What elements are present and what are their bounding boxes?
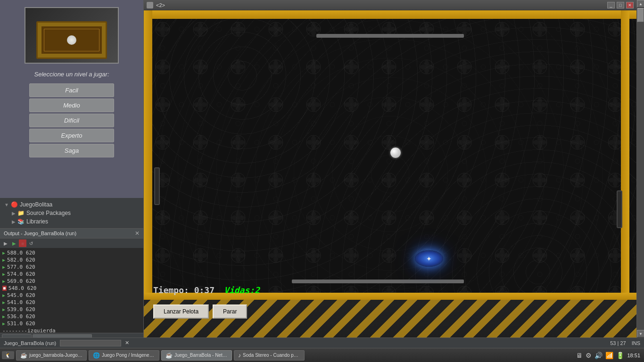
output-toolbar: ▶ ▶ ■ ↺: [0, 239, 143, 248]
output-line-3: ▶577.0 620: [2, 263, 141, 271]
game-ball: [390, 148, 401, 158]
taskbar-start-button[interactable]: 🐧: [2, 351, 14, 359]
taskbar-item-juego[interactable]: ☕ juego_barrabola-Juego_BarraBo...: [16, 350, 87, 361]
status-run-label: Juego_BarraBola (run): [4, 340, 56, 346]
game-titlebar-left: <2>: [147, 2, 165, 8]
output-play-icon-1: ▶: [2, 250, 5, 255]
status-cancel-icon[interactable]: ✕: [125, 340, 129, 346]
tree-label-root: JuegoBolitaa: [20, 201, 52, 208]
output-restart-button[interactable]: ↺: [27, 239, 35, 247]
output-line-2: ▶582.0 620: [2, 256, 141, 263]
tab-java-call-hierarchy[interactable]: ⊞ Java Call Hierarchy: [33, 334, 92, 337]
taskbar-network-icon[interactable]: 📶: [605, 352, 613, 359]
tree-label-src: Source Packages: [26, 210, 71, 216]
tab-output[interactable]: ▶ Output: [2, 334, 32, 337]
left-panel: MULTi|PONK. Seleccione un nivel a jugar:…: [0, 0, 144, 337]
game-close-button[interactable]: ✕: [626, 2, 634, 8]
taskbar-battery-icon[interactable]: 🔋: [616, 352, 624, 359]
output-line-1: ▶588.0 620: [2, 249, 141, 256]
output-play-icon-10: ▶: [2, 314, 5, 319]
game-selector: MULTi|PONK. Seleccione un nivel a jugar:…: [0, 0, 143, 198]
output-step-button[interactable]: ▶: [10, 239, 18, 247]
game-maximize-button[interactable]: □: [617, 2, 624, 8]
taskbar-item-music[interactable]: ♪ Soda Stereo - Cuando pase el te...: [234, 350, 305, 361]
taskbar-settings-icon[interactable]: ⚙: [586, 352, 592, 359]
output-stop-button[interactable]: ■: [19, 239, 26, 247]
level-saga-button[interactable]: Saga: [29, 144, 114, 157]
bottom-tabs: ▶ Output ⊞ Java Call Hierarchy: [0, 333, 143, 337]
explosion-effect: [415, 250, 443, 267]
game-buttons: Lanzar Pelota Parar: [153, 304, 247, 319]
tree-label-lib: Libraries: [26, 218, 48, 225]
hud-lives: Vidas:2: [224, 285, 260, 295]
game-board-inner: [41, 26, 102, 54]
taskbar-label-music: Soda Stereo - Cuando pase el te...: [243, 353, 300, 358]
level-buttons: Facil Medio Difícil Experto Saga: [29, 83, 114, 157]
scrollbar-down-button[interactable]: ▼: [637, 330, 644, 337]
taskbar: 🐧 ☕ juego_barrabola-Juego_BarraBo... 🌐 J…: [0, 348, 644, 362]
status-ins: INS: [632, 340, 640, 346]
output-panel: Output - Juego_BarraBola (run) ✕ ▶ ▶ ■ ↺…: [0, 228, 143, 333]
obstacle-bar-bottom: [292, 280, 464, 283]
taskbar-volume-icon[interactable]: 🔊: [594, 352, 603, 359]
output-header-title: Output - Juego_BarraBola (run): [4, 230, 76, 236]
output-line-8: ▶541.0 620: [2, 299, 141, 306]
project-tree: ▼ 🔴 JuegoBolitaa ▶ 📁 Source Packages ▶ 📚…: [0, 198, 143, 228]
taskbar-label-chrome: Juego Pong / Imágenes - Chromiu...: [102, 353, 155, 358]
scrollbar-thumb[interactable]: [637, 8, 644, 22]
output-play-icon-3: ▶: [2, 264, 5, 270]
game-window: <2> _ □ ✕: [144, 0, 636, 337]
level-experto-button[interactable]: Experto: [29, 129, 114, 142]
tree-icon-root: 🔴: [11, 201, 18, 208]
scrollbar-track: [637, 8, 644, 330]
output-play-icon-7: ▶: [2, 293, 5, 298]
taskbar-item-chrome[interactable]: 🌐 Juego Pong / Imágenes - Chromiu...: [89, 350, 159, 361]
status-bar-right: 53 | 27 INS: [610, 340, 640, 346]
game-titlebar: <2> _ □ ✕: [144, 0, 636, 10]
output-close-button[interactable]: ✕: [135, 230, 140, 237]
output-line-12: --------izquierda: [2, 327, 141, 333]
tree-arrow-root: ▼: [4, 202, 9, 207]
taskbar-icon-netbeans: ☕: [165, 352, 173, 359]
output-line-6: ■548.0 620: [2, 285, 141, 292]
output-play-icon-4: ▶: [2, 272, 5, 277]
stop-button[interactable]: Parar: [213, 304, 247, 319]
taskbar-icon-juego: ☕: [20, 352, 27, 359]
level-medio-button[interactable]: Medio: [29, 99, 114, 112]
status-bar: Juego_BarraBola (run) ✕ 53 | 27 INS: [0, 337, 644, 348]
output-play-button[interactable]: ▶: [2, 239, 9, 247]
level-facil-button[interactable]: Facil: [29, 83, 114, 97]
tree-libraries[interactable]: ▶ 📚 Libraries: [2, 217, 141, 226]
game-minimize-button[interactable]: _: [607, 2, 615, 8]
taskbar-item-netbeans[interactable]: ☕ Juego_BarraBola - NetBeans IDE: [161, 350, 232, 361]
scrollbar-up-button[interactable]: ▲: [637, 0, 644, 8]
taskbar-terminal-icon[interactable]: 🖥: [576, 352, 583, 359]
obstacle-bar-top: [316, 34, 464, 38]
tree-source-packages[interactable]: ▶ 📁 Source Packages: [2, 209, 141, 217]
hud-time: Tiempo: 0:37: [153, 285, 215, 295]
output-play-icon-5: ▶: [2, 279, 5, 284]
output-line-10: ▶536.0 620: [2, 313, 141, 320]
game-canvas: Tiempo: 0:37 Vidas:2 Lanzar Pelota Parar: [144, 10, 636, 337]
output-content: ▶588.0 620 ▶582.0 620 ▶577.0 620 ▶574.0 …: [0, 248, 143, 333]
tree-icon-src: 📁: [17, 210, 25, 216]
taskbar-icon-music: ♪: [238, 352, 241, 359]
output-line-7: ▶545.0 620: [2, 292, 141, 299]
game-titlebar-title: <2>: [156, 2, 165, 8]
game-window-icon: [147, 2, 153, 8]
paddle-left: [154, 167, 160, 205]
tree-icon-lib: 📚: [17, 218, 25, 225]
taskbar-label-netbeans: Juego_BarraBola - NetBeans IDE: [174, 353, 228, 358]
game-logo: MULTi|PONK.: [25, 7, 119, 64]
scrollbar-area: ▲ ▼: [636, 0, 644, 337]
taskbar-right: 🖥 ⚙ 🔊 📶 🔋 18:51: [576, 352, 642, 359]
launch-ball-button[interactable]: Lanzar Pelota: [153, 304, 209, 319]
tree-root[interactable]: ▼ 🔴 JuegoBolitaa: [2, 200, 141, 209]
level-dificil-button[interactable]: Difícil: [29, 114, 114, 127]
tree-arrow-lib: ▶: [12, 219, 16, 224]
select-label: Seleccione un nivel a jugar:: [34, 71, 109, 78]
output-stop-icon-6: ■: [2, 286, 7, 291]
output-line-4: ▶574.0 620: [2, 271, 141, 278]
output-play-icon-9: ▶: [2, 307, 5, 312]
output-line-11: ▶531.0 620: [2, 320, 141, 327]
